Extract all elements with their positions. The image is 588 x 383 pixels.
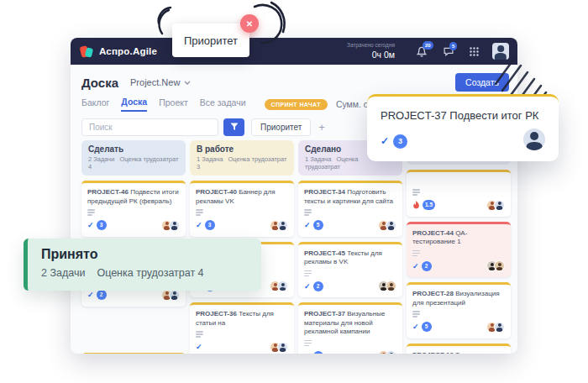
priority-tooltip: Приоритет ✕ (172, 24, 249, 57)
column-header[interactable]: В работе 1 ЗадачаОценка трудозатрат 3 (190, 140, 294, 176)
app-header: Аспро.Agile + Сп Затрачено сегодня 0ч 0м… (71, 38, 517, 65)
task-id: PROJECT-19 (412, 351, 454, 354)
accepted-meta: 2 ЗадачиОценка трудозатрат 4 (41, 267, 248, 279)
messages-count: 5 (449, 42, 457, 50)
priority-filter-chip[interactable]: Приоритет (251, 118, 311, 136)
tooltip-label: Приоритет (184, 34, 238, 47)
task-id: PROJECT-37 (304, 310, 345, 317)
check-icon: ✓ (412, 262, 419, 270)
task-card[interactable]: PROJECT-37 Визуальные материалы для ново… (298, 302, 402, 354)
app-logo-icon[interactable] (81, 45, 93, 58)
column-header[interactable]: Сделать 2 ЗадачиОценка трудозатрат 4 (81, 140, 186, 176)
task-id: PROJECT-44 (412, 229, 454, 237)
avatar (277, 220, 288, 231)
task-card-popup[interactable]: PROJECT-37 Подвести итог РК ✓ 3 (367, 94, 559, 161)
description-icon (304, 209, 312, 216)
description-icon (304, 340, 312, 347)
screenshot-stage: Аспро.Agile + Сп Затрачено сегодня 0ч 0м… (0, 0, 588, 383)
check-icon: ✓ (304, 352, 311, 354)
check-icon: ✓ (381, 135, 389, 147)
avatar (494, 200, 505, 211)
tab-board[interactable]: Доска (121, 97, 147, 112)
estimate-badge: 3 (205, 220, 215, 230)
task-card[interactable]: PROJECT-40 Баннер для рекламы VK ✓3 (190, 181, 294, 237)
avatar (523, 129, 545, 150)
avatar (169, 290, 180, 301)
task-card[interactable]: PROJECT-45 Тексты для рекламы в VK ✓2 (298, 242, 402, 298)
task-card[interactable]: PROJECT-44 QA-тестирование 1 ✓2 (407, 222, 511, 278)
sprint-status-badge: СПРИНТ НАЧАТ (265, 99, 328, 110)
close-icon[interactable]: ✕ (240, 14, 259, 33)
project-select[interactable]: Project.New (130, 77, 191, 87)
chevron-down-icon (184, 81, 191, 85)
add-filter-icon[interactable]: + (318, 121, 325, 134)
description-icon (412, 250, 420, 257)
accepted-title: Принято (41, 247, 248, 262)
task-id: PROJECT-45 (304, 249, 345, 257)
column-done: Сделано 1 ЗадачаОценка трудозатрат PROJE… (298, 140, 402, 354)
filter-button[interactable] (223, 118, 244, 136)
tab-project[interactable]: Проект (159, 97, 188, 111)
task-id: PROJECT-40 (196, 188, 237, 196)
flame-icon (412, 201, 420, 210)
check-icon: ✓ (196, 343, 202, 351)
avatar (386, 220, 396, 231)
avatar (277, 281, 288, 291)
estimate-badge: 3 (393, 134, 407, 149)
tab-all-tasks[interactable]: Все задачи (200, 97, 246, 111)
description-icon (196, 331, 203, 338)
estimate-badge: 1.5 (423, 200, 435, 210)
task-id: PROJECT-36 (196, 310, 237, 317)
task-card[interactable]: PROJECT-34 Подготовить тексты и картинки… (298, 181, 402, 237)
notifications-count: 20 (423, 41, 433, 50)
description-icon (196, 209, 203, 216)
avatar (386, 350, 396, 354)
check-icon: ✓ (304, 221, 311, 229)
task-card[interactable]: PROJECT-19 Тексты для рекламы VK ✓5 (407, 344, 511, 354)
avatar (386, 281, 396, 291)
column-accepted: 1.5 PROJECT-44 QA-тестирование 1 ✓2 PROJ… (407, 140, 511, 354)
task-id: PROJECT-28 (412, 290, 454, 297)
apps-grid-icon (470, 47, 479, 56)
estimate-badge: 2 (97, 290, 107, 300)
app-window: Аспро.Agile + Сп Затрачено сегодня 0ч 0м… (71, 38, 517, 354)
avatar (494, 322, 505, 333)
tab-backlog[interactable]: Баклог (81, 97, 109, 111)
description-icon (87, 209, 95, 216)
task-card[interactable]: PROJECT-46 Подвести итоги предыдущей РК … (81, 181, 186, 237)
popup-task-title: PROJECT-37 Подвести итог РК (381, 109, 545, 122)
time-tracker: Затрачено сегодня 0ч 0м (347, 42, 395, 60)
task-card[interactable]: PROJECT-28 Визуализация для презентаций … (407, 282, 511, 338)
task-card[interactable]: PROJECT-48 Подвести итоги РК ✓3 (81, 353, 186, 354)
description-icon (412, 311, 420, 317)
check-icon: ✓ (87, 291, 94, 299)
check-icon: ✓ (412, 323, 419, 331)
estimate-badge: 5 (313, 351, 323, 354)
task-id: PROJECT-34 (304, 188, 345, 196)
check-icon: ✓ (304, 282, 311, 291)
estimate-badge: 5 (313, 220, 323, 230)
notifications-button[interactable]: 20 (416, 45, 428, 57)
avatar (277, 342, 288, 353)
apps-menu-button[interactable] (470, 47, 479, 56)
estimate-badge: 2 (422, 261, 432, 271)
estimate-badge: 3 (97, 220, 107, 230)
board-search-input[interactable] (81, 118, 218, 136)
estimate-badge: 5 (422, 322, 432, 332)
app-name: Аспро.Agile (99, 46, 157, 56)
accepted-status-panel: Принято 2 ЗадачиОценка трудозатрат 4 (24, 239, 261, 291)
check-icon: ✓ (196, 221, 202, 229)
check-icon: ✓ (87, 221, 94, 229)
description-icon (412, 189, 420, 196)
avatar (494, 260, 505, 271)
funnel-icon (230, 123, 239, 131)
task-card[interactable]: 1.5 (407, 170, 511, 217)
description-icon (304, 270, 312, 277)
task-card[interactable]: PROJECT-36 Тексты для статьи на ✓ (190, 302, 294, 354)
task-id: PROJECT-46 (87, 188, 129, 196)
avatar (169, 220, 180, 231)
estimate-badge: 2 (313, 281, 323, 291)
messages-button[interactable]: 5 (443, 46, 454, 57)
page-title: Доска (81, 76, 118, 90)
